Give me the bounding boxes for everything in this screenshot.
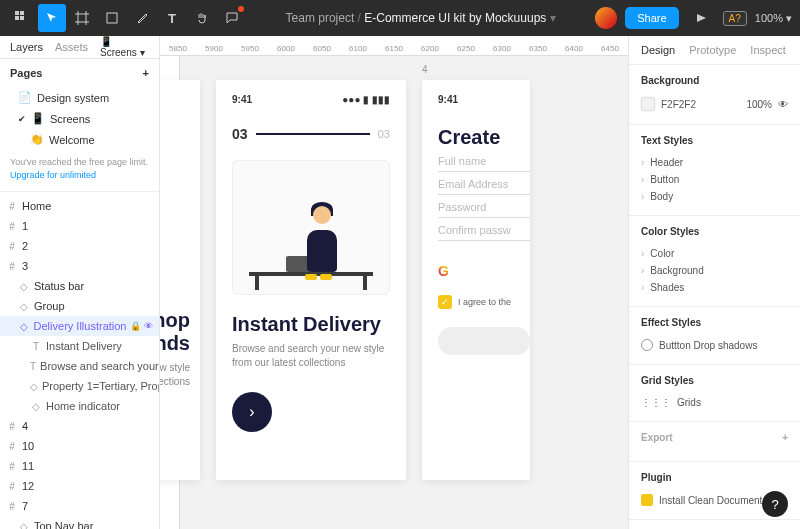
status-bar: 9:41 ●●● ▮ ▮▮▮ bbox=[232, 94, 390, 108]
layer-item[interactable]: #11 bbox=[0, 456, 159, 476]
google-icon[interactable]: G bbox=[438, 263, 449, 279]
page-item[interactable]: 📄Design system bbox=[0, 87, 159, 108]
upgrade-notice: You've reached the free page limit. Upgr… bbox=[0, 150, 159, 187]
shape-tool-icon[interactable] bbox=[98, 4, 126, 32]
style-item[interactable]: ›Header bbox=[641, 154, 788, 171]
form-field[interactable]: Full name bbox=[438, 149, 530, 172]
tab-prototype[interactable]: Prototype bbox=[689, 44, 736, 56]
layer-item[interactable]: ◇Group bbox=[0, 296, 159, 316]
layer-item[interactable]: #7 bbox=[0, 496, 159, 516]
hand-tool-icon[interactable] bbox=[188, 4, 216, 32]
share-button[interactable]: Share bbox=[625, 7, 678, 29]
color-swatch[interactable] bbox=[641, 97, 655, 111]
checkbox-icon[interactable]: ✓ bbox=[438, 295, 452, 309]
style-item[interactable]: ›Body bbox=[641, 188, 788, 205]
comment-tool-icon[interactable] bbox=[218, 4, 246, 32]
layer-item[interactable]: ◇Property 1=Tertiary, Property … bbox=[0, 376, 159, 396]
section-export[interactable]: Export+ bbox=[641, 432, 788, 443]
layer-item[interactable]: ◇Top Nav bar bbox=[0, 516, 159, 529]
delivery-illustration[interactable] bbox=[232, 160, 390, 295]
view-badge[interactable]: A? bbox=[723, 11, 747, 26]
page-item[interactable]: ✔📱Screens bbox=[0, 108, 159, 129]
chevron-right-icon: › bbox=[641, 157, 644, 168]
form-field[interactable]: Confirm passw bbox=[438, 218, 530, 241]
layer-item[interactable]: #10 bbox=[0, 436, 159, 456]
tab-inspect[interactable]: Inspect bbox=[750, 44, 785, 56]
comp-icon: ◇ bbox=[30, 401, 42, 412]
artboard-title: Instant Delivery bbox=[232, 313, 390, 336]
tab-assets[interactable]: Assets bbox=[55, 41, 88, 53]
layer-item[interactable]: #4 bbox=[0, 416, 159, 436]
svg-rect-3 bbox=[20, 16, 24, 20]
step-indicator: 0303 bbox=[232, 126, 390, 142]
style-item[interactable]: ›Button bbox=[641, 171, 788, 188]
style-item[interactable]: ⋮⋮⋮Grids bbox=[641, 394, 788, 411]
layer-item[interactable]: ◇Status bar bbox=[0, 276, 159, 296]
chevron-right-icon: › bbox=[641, 248, 644, 259]
comp-icon: ◇ bbox=[30, 381, 38, 392]
zoom-selector[interactable]: 100% ▾ bbox=[755, 12, 792, 25]
frame-icon: # bbox=[6, 261, 18, 272]
layer-tree: #Home#1#2#3◇Status bar◇Group◇Delivery Il… bbox=[0, 196, 159, 529]
style-item[interactable]: ›Background bbox=[641, 262, 788, 279]
effect-icon bbox=[641, 339, 653, 351]
add-page-icon[interactable]: + bbox=[143, 67, 149, 79]
tab-layers[interactable]: Layers bbox=[10, 41, 43, 53]
artboard-title: shop nds bbox=[160, 309, 190, 355]
artboard-subtitle: Browse and search your new style from ou… bbox=[232, 342, 390, 370]
chevron-right-icon: › bbox=[641, 282, 644, 293]
section-background: Background bbox=[641, 75, 788, 86]
style-item[interactable]: ›Shades bbox=[641, 279, 788, 296]
section-color-styles: Color Styles bbox=[641, 226, 788, 237]
section-text-styles: Text Styles bbox=[641, 135, 788, 146]
section-grid-styles: Grid Styles bbox=[641, 375, 788, 386]
background-color-row[interactable]: F2F2F2 100% 👁 bbox=[641, 94, 788, 114]
pen-tool-icon[interactable] bbox=[128, 4, 156, 32]
artboard-title: Create bbox=[438, 126, 530, 149]
layer-item[interactable]: #12 bbox=[0, 476, 159, 496]
artboard-partial-left[interactable]: 03 shop nds new style llections bbox=[160, 80, 200, 480]
form-field[interactable]: Email Address bbox=[438, 172, 530, 195]
frame-tool-icon[interactable] bbox=[68, 4, 96, 32]
layer-item[interactable]: #3 bbox=[0, 256, 159, 276]
comp-icon: ◇ bbox=[18, 321, 30, 332]
topbar: T Team project / E-Commerce UI kit by Mo… bbox=[0, 0, 800, 36]
help-button[interactable]: ? bbox=[762, 491, 788, 517]
page-selector[interactable]: 📱 Screens ▾ bbox=[100, 36, 149, 58]
frame-label: 4 bbox=[422, 64, 428, 75]
layer-item[interactable]: #2 bbox=[0, 236, 159, 256]
artboard-3[interactable]: 9:41 ●●● ▮ ▮▮▮ 0303 Instant Delivery Bro… bbox=[216, 80, 406, 480]
layer-item[interactable]: ◇Home indicator bbox=[0, 396, 159, 416]
visibility-toggle-icon[interactable]: 👁 bbox=[778, 99, 788, 110]
layer-item[interactable]: TBrowse and search your new … bbox=[0, 356, 159, 376]
chevron-right-icon: › bbox=[641, 191, 644, 202]
layer-item[interactable]: TInstant Delivery bbox=[0, 336, 159, 356]
chevron-right-icon: › bbox=[641, 174, 644, 185]
style-item[interactable]: Buttton Drop shadows bbox=[641, 336, 788, 354]
layer-item[interactable]: #1 bbox=[0, 216, 159, 236]
chevron-right-icon: › bbox=[641, 265, 644, 276]
layer-item[interactable]: ◇Delivery Illustration🔒 👁 bbox=[0, 316, 159, 336]
text-tool-icon[interactable]: T bbox=[158, 4, 186, 32]
svg-rect-1 bbox=[20, 11, 24, 15]
next-button[interactable]: › bbox=[232, 392, 272, 432]
artboard-4[interactable]: 4 9:41 Create Full nameEmail AddressPass… bbox=[422, 80, 530, 480]
svg-rect-0 bbox=[15, 11, 19, 15]
page-item[interactable]: 👏Welcome bbox=[0, 129, 159, 150]
text-icon: T bbox=[30, 341, 42, 352]
present-icon[interactable] bbox=[687, 4, 715, 32]
tab-design[interactable]: Design bbox=[641, 44, 675, 56]
form-field[interactable]: Password bbox=[438, 195, 530, 218]
layer-item[interactable]: #Home bbox=[0, 196, 159, 216]
style-item[interactable]: ›Color bbox=[641, 245, 788, 262]
move-tool-icon[interactable] bbox=[38, 4, 66, 32]
document-title[interactable]: Team project / E-Commerce UI kit by Mock… bbox=[246, 11, 595, 25]
svg-rect-2 bbox=[15, 16, 19, 20]
frame-icon: # bbox=[6, 501, 18, 512]
design-panel: Design Prototype Inspect Background F2F2… bbox=[628, 36, 800, 529]
menu-icon[interactable] bbox=[8, 4, 36, 32]
add-export-icon[interactable]: + bbox=[782, 432, 788, 443]
avatar[interactable] bbox=[595, 7, 617, 29]
upgrade-link[interactable]: Upgrade for unlimited bbox=[10, 170, 96, 180]
canvas[interactable]: 5850590059506000605061006150620062506300… bbox=[160, 36, 628, 529]
